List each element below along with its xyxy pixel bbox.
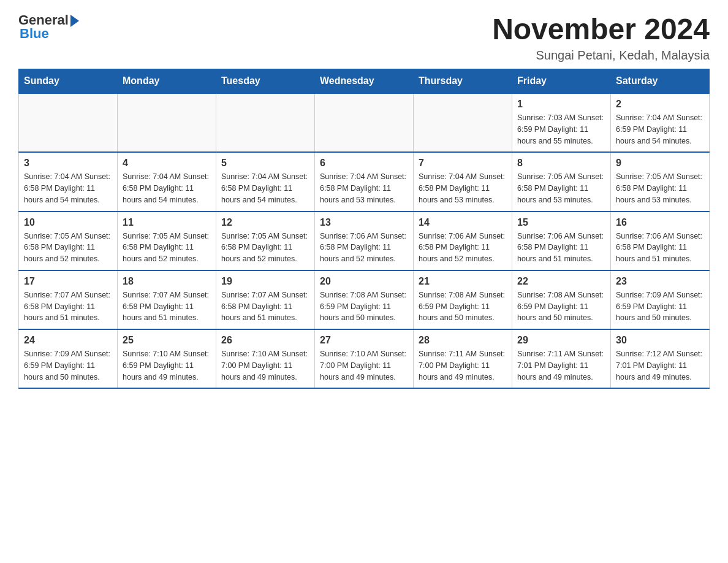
calendar-week-row: 10Sunrise: 7:05 AM Sunset: 6:58 PM Dayli… (19, 212, 710, 270)
day-info: Sunrise: 7:10 AM Sunset: 7:00 PM Dayligh… (320, 348, 408, 383)
calendar-cell: 21Sunrise: 7:08 AM Sunset: 6:59 PM Dayli… (414, 270, 512, 329)
calendar-cell: 26Sunrise: 7:10 AM Sunset: 7:00 PM Dayli… (216, 329, 315, 388)
calendar-cell: 22Sunrise: 7:08 AM Sunset: 6:59 PM Dayli… (512, 270, 611, 329)
day-info: Sunrise: 7:04 AM Sunset: 6:58 PM Dayligh… (24, 171, 112, 205)
day-info: Sunrise: 7:03 AM Sunset: 6:59 PM Dayligh… (517, 112, 605, 147)
calendar-cell: 28Sunrise: 7:11 AM Sunset: 7:00 PM Dayli… (414, 329, 512, 388)
day-number: 25 (123, 335, 211, 346)
day-number: 17 (24, 276, 112, 287)
calendar-cell (315, 93, 414, 152)
calendar-cell: 29Sunrise: 7:11 AM Sunset: 7:01 PM Dayli… (512, 329, 611, 388)
calendar-week-row: 1Sunrise: 7:03 AM Sunset: 6:59 PM Daylig… (19, 93, 710, 152)
day-number: 12 (221, 217, 309, 228)
day-number: 7 (419, 158, 507, 169)
day-number: 11 (123, 217, 211, 228)
day-number: 1 (517, 99, 605, 110)
weekday-header-sunday: Sunday (19, 69, 118, 94)
page-header: General Blue November 2024 Sungai Petani… (18, 12, 710, 63)
day-number: 20 (320, 276, 408, 287)
day-info: Sunrise: 7:04 AM Sunset: 6:58 PM Dayligh… (123, 171, 211, 205)
day-number: 23 (616, 276, 704, 287)
weekday-header-tuesday: Tuesday (216, 69, 315, 94)
day-number: 24 (24, 335, 112, 346)
day-number: 5 (221, 158, 309, 169)
weekday-header-monday: Monday (118, 69, 216, 94)
calendar-cell (19, 93, 118, 152)
day-info: Sunrise: 7:04 AM Sunset: 6:58 PM Dayligh… (320, 171, 408, 205)
day-number: 13 (320, 217, 408, 228)
day-number: 28 (419, 335, 507, 346)
day-number: 10 (24, 217, 112, 228)
title-section: November 2024 Sungai Petani, Kedah, Mala… (492, 12, 710, 63)
calendar-cell: 15Sunrise: 7:06 AM Sunset: 6:58 PM Dayli… (512, 212, 611, 270)
day-number: 18 (123, 276, 211, 287)
weekday-header-thursday: Thursday (414, 69, 512, 94)
day-info: Sunrise: 7:11 AM Sunset: 7:01 PM Dayligh… (517, 348, 605, 383)
day-info: Sunrise: 7:04 AM Sunset: 6:59 PM Dayligh… (616, 112, 704, 147)
calendar-cell: 9Sunrise: 7:05 AM Sunset: 6:58 PM Daylig… (611, 152, 710, 211)
location-subtitle: Sungai Petani, Kedah, Malaysia (492, 48, 710, 63)
weekday-header-saturday: Saturday (611, 69, 710, 94)
logo-arrow-icon (70, 15, 79, 27)
day-number: 3 (24, 158, 112, 169)
day-info: Sunrise: 7:06 AM Sunset: 6:58 PM Dayligh… (517, 231, 605, 265)
day-number: 4 (123, 158, 211, 169)
day-number: 8 (517, 158, 605, 169)
day-number: 29 (517, 335, 605, 346)
calendar-cell: 12Sunrise: 7:05 AM Sunset: 6:58 PM Dayli… (216, 212, 315, 270)
day-number: 30 (616, 335, 704, 346)
calendar-cell: 27Sunrise: 7:10 AM Sunset: 7:00 PM Dayli… (315, 329, 414, 388)
day-info: Sunrise: 7:10 AM Sunset: 6:59 PM Dayligh… (123, 348, 211, 383)
day-number: 9 (616, 158, 704, 169)
calendar-cell: 16Sunrise: 7:06 AM Sunset: 6:58 PM Dayli… (611, 212, 710, 270)
day-info: Sunrise: 7:09 AM Sunset: 6:59 PM Dayligh… (24, 348, 112, 383)
calendar-cell (118, 93, 216, 152)
calendar-cell (216, 93, 315, 152)
calendar-week-row: 3Sunrise: 7:04 AM Sunset: 6:58 PM Daylig… (19, 152, 710, 211)
calendar-cell: 3Sunrise: 7:04 AM Sunset: 6:58 PM Daylig… (19, 152, 118, 211)
calendar-cell: 5Sunrise: 7:04 AM Sunset: 6:58 PM Daylig… (216, 152, 315, 211)
day-info: Sunrise: 7:05 AM Sunset: 6:58 PM Dayligh… (123, 231, 211, 265)
day-number: 6 (320, 158, 408, 169)
logo: General Blue (18, 12, 79, 42)
calendar-week-row: 24Sunrise: 7:09 AM Sunset: 6:59 PM Dayli… (19, 329, 710, 388)
weekday-header-row: SundayMondayTuesdayWednesdayThursdayFrid… (19, 69, 710, 94)
day-number: 26 (221, 335, 309, 346)
calendar-cell: 4Sunrise: 7:04 AM Sunset: 6:58 PM Daylig… (118, 152, 216, 211)
calendar-cell: 17Sunrise: 7:07 AM Sunset: 6:58 PM Dayli… (19, 270, 118, 329)
day-number: 15 (517, 217, 605, 228)
calendar-table: SundayMondayTuesdayWednesdayThursdayFrid… (18, 69, 710, 389)
day-info: Sunrise: 7:07 AM Sunset: 6:58 PM Dayligh… (123, 289, 211, 324)
calendar-cell: 30Sunrise: 7:12 AM Sunset: 7:01 PM Dayli… (611, 329, 710, 388)
day-info: Sunrise: 7:04 AM Sunset: 6:58 PM Dayligh… (221, 171, 309, 205)
month-year-title: November 2024 (492, 12, 710, 46)
day-number: 16 (616, 217, 704, 228)
weekday-header-friday: Friday (512, 69, 611, 94)
calendar-week-row: 17Sunrise: 7:07 AM Sunset: 6:58 PM Dayli… (19, 270, 710, 329)
day-info: Sunrise: 7:10 AM Sunset: 7:00 PM Dayligh… (221, 348, 309, 383)
day-info: Sunrise: 7:05 AM Sunset: 6:58 PM Dayligh… (616, 171, 704, 205)
day-info: Sunrise: 7:08 AM Sunset: 6:59 PM Dayligh… (517, 289, 605, 324)
day-number: 22 (517, 276, 605, 287)
day-info: Sunrise: 7:11 AM Sunset: 7:00 PM Dayligh… (419, 348, 507, 383)
calendar-cell: 7Sunrise: 7:04 AM Sunset: 6:58 PM Daylig… (414, 152, 512, 211)
day-info: Sunrise: 7:06 AM Sunset: 6:58 PM Dayligh… (320, 231, 408, 265)
day-number: 27 (320, 335, 408, 346)
day-info: Sunrise: 7:04 AM Sunset: 6:58 PM Dayligh… (419, 171, 507, 205)
calendar-cell: 13Sunrise: 7:06 AM Sunset: 6:58 PM Dayli… (315, 212, 414, 270)
day-info: Sunrise: 7:08 AM Sunset: 6:59 PM Dayligh… (320, 289, 408, 324)
calendar-cell: 23Sunrise: 7:09 AM Sunset: 6:59 PM Dayli… (611, 270, 710, 329)
day-info: Sunrise: 7:12 AM Sunset: 7:01 PM Dayligh… (616, 348, 704, 383)
calendar-cell: 25Sunrise: 7:10 AM Sunset: 6:59 PM Dayli… (118, 329, 216, 388)
day-number: 2 (616, 99, 704, 110)
day-number: 21 (419, 276, 507, 287)
day-info: Sunrise: 7:05 AM Sunset: 6:58 PM Dayligh… (517, 171, 605, 205)
day-info: Sunrise: 7:06 AM Sunset: 6:58 PM Dayligh… (419, 231, 507, 265)
calendar-cell: 20Sunrise: 7:08 AM Sunset: 6:59 PM Dayli… (315, 270, 414, 329)
calendar-cell: 6Sunrise: 7:04 AM Sunset: 6:58 PM Daylig… (315, 152, 414, 211)
day-info: Sunrise: 7:06 AM Sunset: 6:58 PM Dayligh… (616, 231, 704, 265)
logo-blue-text: Blue (20, 26, 49, 42)
calendar-cell: 14Sunrise: 7:06 AM Sunset: 6:58 PM Dayli… (414, 212, 512, 270)
day-info: Sunrise: 7:08 AM Sunset: 6:59 PM Dayligh… (419, 289, 507, 324)
calendar-cell: 8Sunrise: 7:05 AM Sunset: 6:58 PM Daylig… (512, 152, 611, 211)
